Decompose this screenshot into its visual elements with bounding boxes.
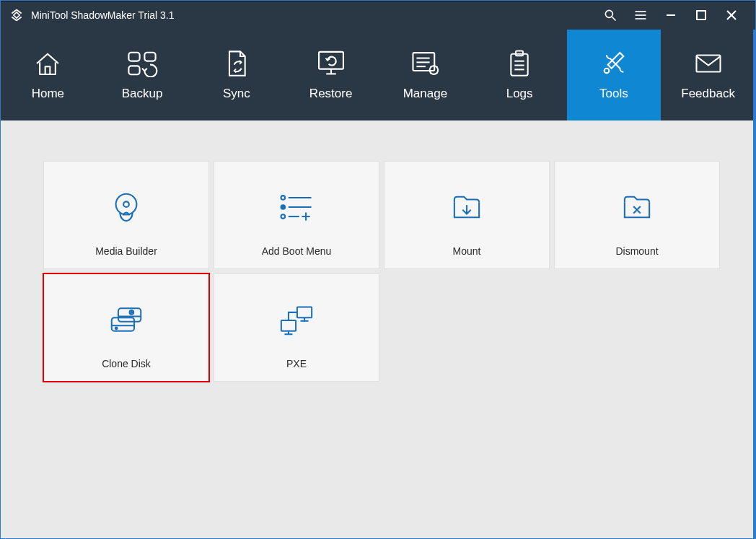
add-boot-menu-icon bbox=[276, 192, 317, 225]
nav-logs[interactable]: Logs bbox=[472, 30, 567, 120]
maximize-button[interactable] bbox=[686, 1, 716, 30]
svg-rect-9 bbox=[45, 66, 50, 74]
minimize-button[interactable] bbox=[656, 1, 686, 30]
tile-label: Mount bbox=[453, 245, 481, 257]
svg-rect-27 bbox=[696, 55, 720, 71]
titlebar: MiniTool ShadowMaker Trial 3.1 bbox=[1, 1, 755, 30]
app-logo-icon bbox=[9, 8, 24, 22]
svg-rect-12 bbox=[129, 66, 140, 74]
feedback-icon bbox=[695, 49, 722, 78]
tile-label: Clone Disk bbox=[102, 358, 151, 369]
tile-pxe[interactable]: PXE bbox=[214, 273, 379, 382]
media-builder-icon bbox=[110, 190, 143, 227]
tile-media-builder[interactable]: Media Builder bbox=[43, 161, 209, 269]
svg-rect-13 bbox=[319, 52, 343, 69]
svg-point-34 bbox=[281, 214, 286, 219]
close-button[interactable] bbox=[716, 1, 747, 30]
main-nav: Home Backup Sync bbox=[1, 30, 755, 120]
tile-mount[interactable]: Mount bbox=[384, 161, 550, 269]
restore-icon bbox=[315, 49, 347, 78]
mount-icon bbox=[450, 193, 483, 224]
svg-line-1 bbox=[612, 17, 616, 21]
clone-disk-icon bbox=[107, 303, 145, 339]
svg-rect-6 bbox=[697, 11, 706, 19]
tile-label: PXE bbox=[286, 358, 307, 369]
nav-label: Manage bbox=[403, 87, 447, 101]
svg-point-43 bbox=[115, 328, 118, 330]
tools-icon bbox=[599, 49, 628, 78]
tools-panel: Media Builder Add Boot Menu bbox=[1, 120, 755, 538]
window-title: MiniTool ShadowMaker Trial 3.1 bbox=[31, 9, 174, 21]
tile-add-boot-menu[interactable]: Add Boot Menu bbox=[214, 161, 379, 269]
window-accent-border bbox=[753, 30, 755, 539]
pxe-icon bbox=[277, 303, 316, 339]
svg-point-30 bbox=[281, 196, 286, 200]
svg-rect-10 bbox=[129, 53, 140, 61]
window-top-border bbox=[1, 1, 755, 1]
nav-label: Sync bbox=[223, 87, 250, 101]
svg-point-29 bbox=[123, 201, 129, 207]
svg-rect-51 bbox=[281, 320, 296, 331]
tile-label: Media Builder bbox=[95, 245, 157, 257]
tile-dismount[interactable]: Dismount bbox=[554, 161, 720, 269]
nav-tools[interactable]: Tools bbox=[567, 30, 662, 120]
nav-label: Home bbox=[32, 87, 64, 101]
nav-label: Logs bbox=[506, 87, 533, 101]
svg-rect-48 bbox=[297, 307, 312, 318]
svg-point-47 bbox=[131, 312, 132, 313]
nav-manage[interactable]: Manage bbox=[378, 30, 472, 120]
app-window: MiniTool ShadowMaker Trial 3.1 Home bbox=[0, 0, 756, 539]
nav-label: Restore bbox=[309, 87, 353, 101]
logs-icon bbox=[507, 49, 532, 78]
nav-label: Feedback bbox=[681, 87, 735, 101]
svg-point-0 bbox=[605, 10, 612, 17]
nav-label: Backup bbox=[122, 87, 163, 101]
sync-icon bbox=[224, 49, 249, 78]
tools-tile-grid: Media Builder Add Boot Menu bbox=[43, 161, 714, 382]
search-icon[interactable] bbox=[595, 1, 625, 30]
nav-backup[interactable]: Backup bbox=[95, 30, 190, 120]
dismount-icon bbox=[620, 193, 654, 224]
svg-point-26 bbox=[605, 69, 610, 74]
nav-restore[interactable]: Restore bbox=[284, 30, 378, 120]
manage-icon bbox=[410, 49, 440, 78]
svg-rect-11 bbox=[145, 53, 156, 61]
menu-icon[interactable] bbox=[625, 1, 656, 30]
tile-label: Add Boot Menu bbox=[262, 245, 332, 257]
svg-rect-44 bbox=[118, 308, 141, 321]
nav-sync[interactable]: Sync bbox=[190, 30, 284, 120]
nav-home[interactable]: Home bbox=[1, 30, 95, 120]
tile-label: Dismount bbox=[615, 245, 658, 257]
svg-point-28 bbox=[116, 194, 137, 215]
nav-feedback[interactable]: Feedback bbox=[661, 30, 755, 120]
nav-label: Tools bbox=[599, 87, 628, 101]
backup-icon bbox=[126, 49, 158, 78]
svg-point-32 bbox=[281, 205, 286, 209]
home-icon bbox=[33, 49, 62, 78]
tile-clone-disk[interactable]: Clone Disk bbox=[43, 273, 209, 382]
